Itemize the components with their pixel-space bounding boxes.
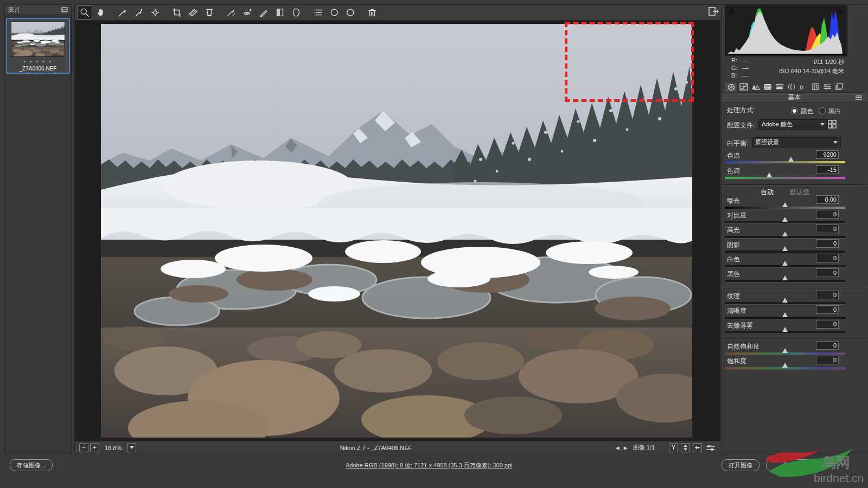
tab-hsl[interactable]	[762, 82, 774, 91]
slider-thumb[interactable]	[782, 232, 788, 236]
slider-thumb[interactable]	[782, 261, 788, 266]
contrast-slider[interactable]	[725, 221, 845, 224]
profile-browser-icon[interactable]	[828, 120, 837, 129]
tab-snapshots[interactable]	[833, 82, 845, 91]
crop-tool-icon[interactable]	[169, 5, 184, 20]
zoom-out-button[interactable]: −	[79, 443, 88, 452]
image-canvas[interactable]	[75, 21, 720, 441]
blacks-slider[interactable]	[725, 280, 845, 282]
targeted-adjustment-tool-icon[interactable]	[148, 5, 163, 20]
rating-dots[interactable]: • • • • •	[9, 59, 67, 65]
hand-tool-icon[interactable]	[93, 5, 108, 20]
slider-thumb[interactable]	[782, 202, 788, 207]
spot-removal-tool-icon[interactable]	[224, 5, 239, 20]
red-eye-tool-icon[interactable]	[240, 5, 255, 20]
slider-thumb[interactable]	[782, 275, 788, 280]
blacks-value[interactable]: 0	[816, 268, 839, 277]
saturation-slider[interactable]	[725, 367, 845, 370]
slider-thumb[interactable]	[782, 312, 788, 317]
white-balance-select[interactable]: 原照设置	[752, 137, 841, 147]
contrast-value[interactable]: 0	[816, 210, 839, 219]
tab-calibration[interactable]	[809, 82, 821, 91]
delete-icon[interactable]	[365, 5, 380, 20]
shadows-value[interactable]: 0	[816, 239, 839, 248]
zoom-in-button[interactable]: +	[90, 443, 99, 452]
preview-preferences-icon[interactable]	[706, 445, 715, 451]
default-link[interactable]: 默认值	[790, 188, 809, 197]
tab-split-toning[interactable]	[774, 82, 786, 91]
highlights-value[interactable]: 0	[816, 224, 839, 233]
export-image-icon[interactable]	[709, 7, 719, 18]
tint-value[interactable]: -15	[816, 165, 839, 174]
zoom-level[interactable]: 18.8%	[105, 445, 122, 451]
slider-thumb[interactable]	[782, 363, 788, 368]
tab-effects[interactable]: fx	[797, 82, 809, 91]
zoom-tool-icon[interactable]	[77, 5, 92, 20]
prev-image-icon[interactable]: ◀	[616, 445, 620, 451]
slider-thumb[interactable]	[782, 348, 788, 353]
slider-thumb[interactable]	[782, 327, 788, 332]
save-image-button[interactable]: 存储图像...	[10, 459, 53, 471]
slider-thumb[interactable]	[782, 217, 788, 222]
cancel-button[interactable]: 取消	[766, 459, 813, 471]
tab-tone-curve[interactable]	[738, 82, 750, 91]
whites-value[interactable]: 0	[816, 254, 839, 262]
process-color-radio[interactable]: 颜色	[791, 106, 813, 116]
slider-thumb[interactable]	[767, 172, 772, 177]
texture-slider[interactable]	[725, 302, 845, 305]
tool-options-icon[interactable]	[310, 5, 326, 20]
tab-basic[interactable]	[725, 82, 738, 92]
selection-marquee[interactable]	[565, 22, 694, 102]
slider-thumb[interactable]	[782, 298, 788, 303]
shadows-slider[interactable]	[725, 251, 845, 253]
swap-settings-icon[interactable]	[681, 443, 690, 452]
shadow-clipping-icon[interactable]	[727, 8, 735, 14]
vibrance-value[interactable]: 0	[816, 341, 839, 350]
filmstrip-menu-icon[interactable]	[61, 7, 68, 12]
exposure-value[interactable]: 0.00	[816, 195, 839, 204]
panel-tabs: fx	[725, 82, 845, 92]
profile-select[interactable]: Adobe 颜色	[758, 119, 828, 130]
workflow-options-link[interactable]: Adobe RGB (1998); 8 位; 7121 x 4958 (35.3…	[346, 461, 513, 470]
clarity-slider[interactable]	[725, 317, 845, 319]
color-sampler-tool-icon[interactable]	[131, 5, 146, 20]
process-bw-radio[interactable]: 黑白	[819, 106, 841, 116]
histogram[interactable]	[725, 5, 847, 56]
white-balance-tool-icon[interactable]	[115, 5, 130, 20]
apply-settings-icon[interactable]	[693, 443, 702, 452]
next-image-icon[interactable]: ▶	[624, 445, 628, 451]
slider-thumb[interactable]	[782, 246, 788, 251]
temp-slider[interactable]	[725, 161, 845, 164]
before-after-toggle-icon[interactable]: Y	[669, 443, 678, 452]
texture-value[interactable]: 0	[816, 291, 839, 299]
exif-aperture-shutter: f/11 1/20 秒	[760, 57, 844, 67]
open-image-button[interactable]: 打开图像	[722, 459, 760, 471]
transform-tool-icon[interactable]	[202, 5, 217, 20]
radial-filter-tool-icon[interactable]	[289, 5, 304, 20]
dehaze-value[interactable]: 0	[816, 320, 839, 329]
panel-menu-icon[interactable]	[856, 95, 862, 100]
clarity-value[interactable]: 0	[816, 305, 839, 314]
adjustment-brush-tool-icon[interactable]	[256, 5, 271, 20]
graduated-filter-tool-icon[interactable]	[272, 5, 288, 20]
temp-value[interactable]: 9200	[816, 150, 839, 159]
highlight-clipping-icon[interactable]	[837, 8, 845, 14]
tab-lens-corrections[interactable]	[786, 82, 797, 91]
rotate-right-icon[interactable]	[343, 5, 358, 20]
tab-detail[interactable]	[750, 82, 762, 91]
vibrance-slider[interactable]	[725, 352, 845, 355]
auto-link[interactable]: 自动	[761, 188, 774, 197]
tab-presets[interactable]	[821, 82, 833, 91]
filmstrip-thumbnail[interactable]: • • • • • _Z7A0406.NEF	[6, 18, 70, 74]
rotate-left-icon[interactable]	[327, 5, 342, 20]
highlights-slider[interactable]	[725, 236, 845, 239]
whites-slider[interactable]	[725, 265, 845, 268]
slider-thumb[interactable]	[788, 157, 794, 162]
straighten-tool-icon[interactable]	[186, 5, 201, 20]
zoom-select[interactable]	[127, 443, 136, 452]
exposure-slider[interactable]	[725, 207, 845, 209]
dehaze-slider[interactable]	[725, 331, 845, 334]
saturation-value[interactable]: 0	[816, 356, 839, 364]
divider	[722, 287, 867, 288]
tint-slider[interactable]	[725, 177, 845, 179]
